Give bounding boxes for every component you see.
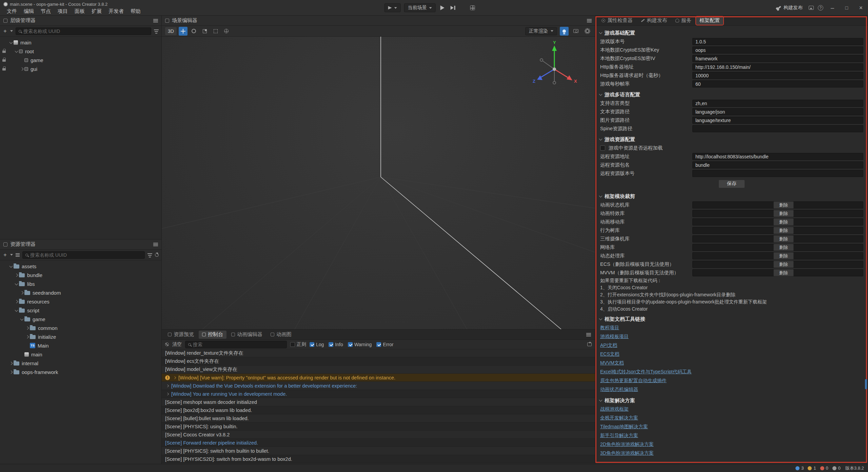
- doc-link[interactable]: 新手引导解决方案: [600, 433, 638, 439]
- field-input[interactable]: [692, 153, 863, 160]
- doc-link[interactable]: API文档: [600, 342, 617, 349]
- expand-arrow-icon[interactable]: [14, 51, 19, 52]
- create-asset-button[interactable]: [3, 252, 7, 258]
- checkbox-icon[interactable]: [348, 342, 353, 347]
- expand-arrow-icon[interactable]: [14, 283, 19, 285]
- preview-target-select[interactable]: [384, 3, 401, 12]
- checkbox-icon[interactable]: [310, 342, 314, 347]
- console-search-input[interactable]: [193, 342, 284, 347]
- inspector-tab-属性检查器[interactable]: 属性检查器: [598, 17, 636, 25]
- panel-menu-icon[interactable]: [153, 244, 158, 245]
- panel-menu-icon[interactable]: [586, 334, 591, 335]
- layout-button[interactable]: [469, 3, 476, 12]
- delete-module-button[interactable]: 删除: [773, 261, 794, 268]
- expand-arrow-icon[interactable]: [172, 377, 177, 379]
- scale-tool-button[interactable]: [200, 27, 209, 36]
- assets-node-game[interactable]: game: [0, 315, 161, 323]
- expand-arrow-icon[interactable]: [8, 266, 14, 267]
- scene-light-toggle[interactable]: [560, 27, 569, 36]
- transform-space-button[interactable]: [222, 27, 231, 36]
- scrollbar-thumb[interactable]: [865, 379, 867, 389]
- delete-module-button[interactable]: 删除: [773, 269, 794, 276]
- export-log-icon[interactable]: [587, 342, 592, 346]
- section-header[interactable]: 游戏资源配置: [595, 135, 868, 144]
- create-node-button[interactable]: [3, 28, 7, 35]
- field-input[interactable]: [692, 63, 863, 71]
- checkbox-icon[interactable]: [290, 342, 295, 347]
- expand-arrow-icon[interactable]: [24, 327, 30, 329]
- assets-node-initialize[interactable]: initialize: [0, 332, 161, 341]
- menu-项目[interactable]: 项目: [54, 8, 71, 15]
- field-input[interactable]: [692, 38, 863, 45]
- menu-开发者[interactable]: 开发者: [105, 8, 127, 15]
- assets-node-common[interactable]: common: [0, 323, 161, 332]
- expand-arrow-icon[interactable]: [8, 362, 14, 365]
- inspector-tab-框架配置[interactable]: 框架配置: [696, 17, 723, 25]
- section-header[interactable]: 游戏多语言配置: [595, 90, 868, 99]
- expand-arrow-icon[interactable]: [19, 318, 24, 320]
- field-input[interactable]: [692, 117, 863, 124]
- expand-arrow-icon[interactable]: [19, 68, 24, 70]
- menu-帮助[interactable]: 帮助: [127, 8, 144, 15]
- status-notice[interactable]: 0: [832, 466, 841, 471]
- doc-link[interactable]: ECS文档: [600, 351, 619, 357]
- doc-link[interactable]: 游戏模板项目: [600, 334, 629, 340]
- sort-icon[interactable]: [16, 255, 20, 255]
- status-log[interactable]: 3: [795, 466, 804, 471]
- assets-node-resources[interactable]: resources: [0, 297, 161, 306]
- expand-arrow-icon[interactable]: [165, 393, 170, 395]
- field-input[interactable]: [692, 80, 863, 87]
- expand-arrow-icon[interactable]: [14, 300, 19, 303]
- field-input[interactable]: [692, 72, 863, 79]
- render-mode-select[interactable]: 正常渲染: [525, 27, 557, 35]
- doc-link[interactable]: Excel格式转Json文件与TypeScript代码工具: [600, 369, 692, 375]
- build-publish-button[interactable]: 构建发布: [775, 5, 805, 11]
- menu-编辑[interactable]: 编辑: [20, 8, 37, 15]
- assets-node-oops-framework[interactable]: oops-framework: [0, 368, 161, 376]
- field-input[interactable]: [692, 46, 863, 54]
- panel-menu-icon[interactable]: [153, 20, 158, 21]
- delete-module-button[interactable]: 删除: [773, 218, 794, 225]
- doc-link[interactable]: 原生包热更新配置自动生成插件: [600, 378, 667, 384]
- filter-icon[interactable]: [154, 29, 159, 33]
- checkbox-icon[interactable]: [329, 342, 333, 347]
- assets-node-internal[interactable]: internal: [0, 359, 161, 368]
- axis-gizmo[interactable]: Y X Z: [527, 40, 581, 91]
- clear-console-button[interactable]: 清空: [172, 341, 182, 348]
- lock-icon[interactable]: [2, 51, 6, 53]
- console-tab-资源预览[interactable]: 资源预览: [164, 331, 197, 339]
- expand-arrow-icon[interactable]: [14, 310, 19, 311]
- hierarchy-node-gui[interactable]: gui: [0, 64, 161, 73]
- expand-arrow-icon[interactable]: [165, 385, 170, 387]
- help-icon[interactable]: [818, 5, 823, 11]
- move-tool-button[interactable]: [179, 27, 188, 36]
- delete-module-button[interactable]: 删除: [773, 210, 794, 217]
- filter-Info[interactable]: Info: [329, 342, 343, 347]
- filter-Log[interactable]: Log: [310, 342, 324, 347]
- scene-camera-button[interactable]: [571, 27, 580, 36]
- scene-viewport[interactable]: Y X Z: [162, 37, 595, 329]
- mode-3d-toggle[interactable]: 3D: [165, 27, 177, 35]
- delete-module-button[interactable]: 删除: [773, 227, 794, 234]
- inspector-tab-构建发布[interactable]: 构建发布: [637, 17, 671, 25]
- regex-toggle[interactable]: 正则: [290, 341, 306, 348]
- console-line[interactable]: [Window] [Vue warn]: Property "onInput" …: [162, 374, 595, 382]
- menu-扩展[interactable]: 扩展: [88, 8, 105, 15]
- maximize-button[interactable]: [842, 3, 852, 13]
- delete-module-button[interactable]: 删除: [773, 252, 794, 259]
- hierarchy-node-root[interactable]: root: [0, 47, 161, 56]
- minimize-button[interactable]: [827, 3, 837, 13]
- console-tab-动画编辑器[interactable]: 动画编辑器: [228, 331, 266, 339]
- status-error[interactable]: 0: [820, 466, 828, 471]
- field-input[interactable]: [692, 108, 863, 115]
- refresh-icon[interactable]: [155, 253, 159, 257]
- console-line[interactable]: [Window] You are running Vue in developm…: [162, 390, 595, 398]
- doc-link[interactable]: Tiledmap地图解决方案: [600, 424, 648, 430]
- section-header[interactable]: 框架模块裁剪: [595, 192, 868, 201]
- play-button[interactable]: [439, 3, 446, 12]
- assets-node-script[interactable]: script: [0, 306, 161, 315]
- scene-editor-tab[interactable]: 场景编辑器: [172, 17, 197, 24]
- preview-panel-icon[interactable]: [809, 6, 814, 10]
- section-header[interactable]: 框架解决方案: [595, 396, 868, 405]
- menu-节点[interactable]: 节点: [37, 8, 54, 15]
